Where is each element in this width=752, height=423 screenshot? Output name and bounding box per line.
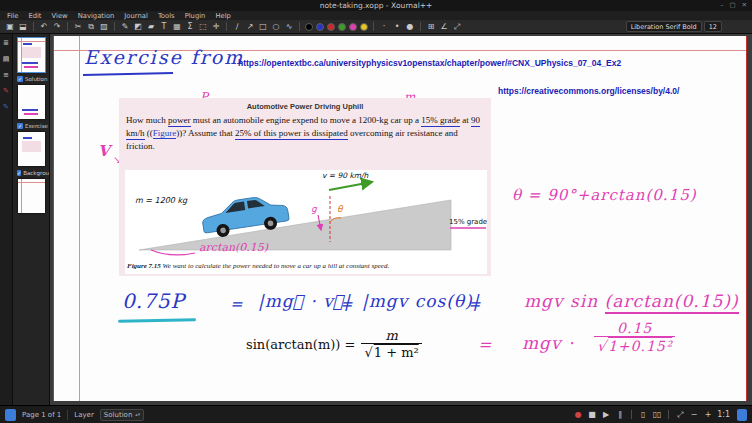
thumb-card-block <box>22 141 41 152</box>
layer-thumbnail-background[interactable] <box>18 179 45 213</box>
layer-label-exercise: Exercise <box>25 123 48 129</box>
image-tool-icon[interactable]: ▦ <box>171 21 183 33</box>
layer-row-background[interactable]: ✓ Background <box>13 169 49 176</box>
zoom-in-icon[interactable]: + <box>702 409 714 421</box>
cut-icon[interactable]: ✂ <box>72 21 84 33</box>
source-url-text[interactable]: https://opentextbc.ca/universityphysicsv… <box>238 58 621 68</box>
arrow-tool-icon[interactable]: ↗ <box>244 21 256 33</box>
audio-stop-icon[interactable]: ■ <box>586 409 598 421</box>
layer-row-solution[interactable]: ✓ Solution <box>13 75 49 82</box>
problem-text-segment: ))? Assume that <box>176 128 235 138</box>
thickness-fine-icon[interactable]: · <box>378 21 390 33</box>
audio-play-icon[interactable]: ▶ <box>600 409 612 421</box>
minimize-button[interactable]: – <box>720 1 723 9</box>
save-icon[interactable]: ⬓ <box>17 21 29 33</box>
equals-sign: = <box>230 295 244 313</box>
layer-spinner-icon[interactable]: ▴▾ <box>135 412 140 417</box>
problem-text-segment: (( <box>145 128 153 138</box>
statusbar-accent <box>737 409 747 421</box>
sidebar-toggle-button[interactable] <box>5 409 16 421</box>
figure-link[interactable]: Figure <box>153 128 177 139</box>
license-url-text[interactable]: https://creativecommons.org/licenses/by/… <box>498 86 679 96</box>
identity-denominator-text: 1 + m² <box>374 345 419 360</box>
copy-icon[interactable]: ⧉ <box>85 21 97 33</box>
figure-illustration[interactable]: v = 90 km/h m = 1200 kg θ g 15% grade ar… <box>125 170 487 260</box>
ellipse-tool-icon[interactable]: ○ <box>270 21 282 33</box>
color-swatch-icon[interactable] <box>360 23 368 31</box>
document-page[interactable]: Exercise from https://opentextbc.ca/univ… <box>53 36 747 401</box>
eraser-icon[interactable]: ◩ <box>132 21 144 33</box>
latex-tool-icon[interactable]: Σ <box>184 21 196 33</box>
menu-view[interactable]: View <box>52 12 68 20</box>
zoom-fit-icon[interactable]: ⤢ <box>674 409 686 421</box>
zoom-out-icon[interactable]: − <box>688 409 700 421</box>
angle-snap-icon[interactable]: ∠ <box>438 21 450 33</box>
rectangle-tool-icon[interactable]: □ <box>257 21 269 33</box>
toolbar-separator <box>33 22 34 31</box>
menu-navigation[interactable]: Navigation <box>78 12 115 20</box>
page-preview-thumbnail[interactable] <box>18 38 45 72</box>
preview-tab-icon[interactable]: ▤ <box>1 54 11 64</box>
color-swatch-icon[interactable] <box>327 23 335 31</box>
layers-tab-icon[interactable]: ≡ <box>1 70 11 80</box>
menu-help[interactable]: Help <box>215 12 231 20</box>
menu-edit[interactable]: Edit <box>28 12 41 20</box>
menu-file[interactable]: File <box>7 12 18 20</box>
thumb-margin-line <box>21 179 22 213</box>
problem-text: How much power must an automobile engine… <box>126 114 482 153</box>
velocity-arrow <box>329 182 372 190</box>
font-size-selector[interactable]: 12 <box>704 21 722 32</box>
layer-checkbox-exercise[interactable]: ✓ <box>17 123 23 129</box>
thumb-blue-stroke <box>22 62 38 64</box>
fullscreen-icon[interactable]: ⤢ <box>451 21 463 33</box>
color-swatch-icon[interactable] <box>316 23 324 31</box>
undo-icon[interactable]: ↶ <box>38 21 50 33</box>
page-single-icon[interactable]: ▯ <box>637 409 649 421</box>
xournalpp-window: note-taking.xopp - Xournal++ – ▢ ✕ File … <box>0 0 752 423</box>
pen-icon[interactable]: ✎ <box>119 21 131 33</box>
layer-checkbox-background[interactable]: ✓ <box>17 170 21 176</box>
ruler-icon[interactable]: ∕ <box>231 21 243 33</box>
contents-tab-icon[interactable]: ≣ <box>1 38 11 48</box>
font-selector[interactable]: Liberation Serif Bold <box>626 21 702 32</box>
blue-pen-indicator-icon[interactable]: ✎ <box>1 102 11 112</box>
close-button[interactable]: ✕ <box>742 1 747 9</box>
color-swatch-icon[interactable] <box>338 23 346 31</box>
menu-plugin[interactable]: Plugin <box>185 12 206 20</box>
heading-underline-stroke <box>83 72 173 76</box>
sin-term-head: mgv sin <box>524 291 598 311</box>
menu-tools[interactable]: Tools <box>158 12 175 20</box>
layer-checkbox-solution[interactable]: ✓ <box>17 76 23 82</box>
select-rect-icon[interactable]: ⬚ <box>197 21 209 33</box>
ratio-numerator: 0.15 <box>614 320 655 336</box>
layer-select[interactable]: Solution ▴▾ <box>100 409 145 421</box>
layer-thumbnail-exercise[interactable] <box>18 132 45 166</box>
color-swatch-icon[interactable] <box>349 23 357 31</box>
audio-record-icon[interactable]: ● <box>572 409 584 421</box>
highlighter-icon[interactable]: ▰ <box>145 21 157 33</box>
toolbar-separator <box>668 410 669 419</box>
text-tool-icon[interactable]: T <box>158 21 170 33</box>
latex-identity-object[interactable]: sin(arctan(m)) = m √1 + m² <box>246 328 422 360</box>
maximize-button[interactable]: ▢ <box>729 1 735 9</box>
color-swatch-icon[interactable] <box>305 23 313 31</box>
ruled-margin-line <box>79 36 80 401</box>
titlebar[interactable]: note-taking.xopp - Xournal++ – ▢ ✕ <box>0 0 752 11</box>
audio-pause-icon[interactable]: ∥ <box>614 409 626 421</box>
spline-tool-icon[interactable]: ∿ <box>283 21 295 33</box>
thickness-medium-icon[interactable]: • <box>391 21 403 33</box>
redo-icon[interactable]: ↷ <box>51 21 63 33</box>
hand-tool-icon[interactable]: ✛ <box>210 21 222 33</box>
canvas-area[interactable]: Exercise from https://opentextbc.ca/univ… <box>50 34 752 405</box>
zoom-original-icon[interactable]: 1:1 <box>716 409 731 421</box>
thickness-thick-icon[interactable]: ● <box>404 21 416 33</box>
page-dual-icon[interactable]: ▯▯ <box>651 409 663 421</box>
red-pen-indicator-icon[interactable]: ✎ <box>1 86 11 96</box>
open-file-icon[interactable]: ▣ <box>4 21 16 33</box>
mgv-dot-term: mgv · <box>522 333 574 353</box>
menu-journal[interactable]: Journal <box>124 12 148 20</box>
grid-snap-icon[interactable]: ⊞ <box>425 21 437 33</box>
paste-icon[interactable]: ▨ <box>98 21 110 33</box>
layer-row-exercise[interactable]: ✓ Exercise <box>13 122 49 129</box>
layer-thumbnail-solution[interactable] <box>18 85 45 119</box>
